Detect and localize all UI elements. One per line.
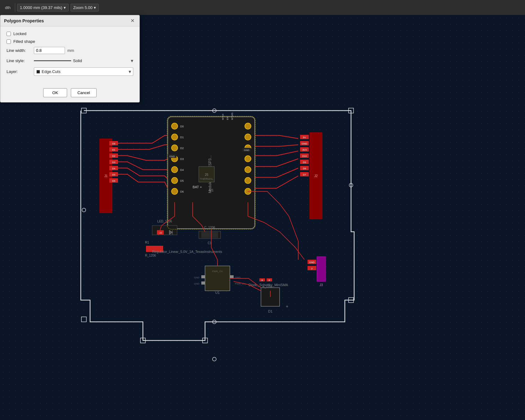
svg-point-25 <box>245 134 251 140</box>
svg-rect-68 <box>300 147 309 152</box>
svg-text:D8: D8 <box>112 142 116 145</box>
svg-rect-70 <box>300 153 309 158</box>
dialog-close-button[interactable]: ✕ <box>129 18 136 24</box>
svg-rect-4 <box>140 338 145 343</box>
svg-point-9 <box>212 320 216 324</box>
svg-rect-5 <box>203 338 208 343</box>
svg-marker-82 <box>169 230 172 235</box>
svg-text:LED_1206: LED_1206 <box>157 220 172 223</box>
line-style-dropdown-arrow: ▾ <box>131 58 133 64</box>
svg-text:3V3: 3V3 <box>302 148 307 151</box>
svg-point-8 <box>349 183 353 187</box>
svg-point-6 <box>212 109 216 112</box>
svg-text:5V: 5V <box>303 136 306 139</box>
svg-text:D6: D6 <box>180 190 184 193</box>
svg-rect-108 <box>308 260 316 264</box>
svg-point-23 <box>171 188 178 194</box>
svg-rect-11 <box>168 117 255 229</box>
zoom-value: 1.0000 mm (39.37 mils) <box>20 5 62 10</box>
svg-rect-60 <box>109 178 118 183</box>
svg-text:+: + <box>286 304 288 309</box>
svg-rect-54 <box>109 160 118 164</box>
svg-text:D4: D4 <box>112 167 116 170</box>
svg-rect-74 <box>300 166 309 170</box>
svg-text:GND: GND <box>235 276 240 279</box>
svg-rect-3 <box>349 298 354 303</box>
svg-text:THERMAL: THERMAL <box>200 177 213 180</box>
svg-rect-110 <box>308 266 316 270</box>
svg-rect-1 <box>349 108 354 113</box>
svg-text:GND: GND <box>244 149 249 152</box>
svg-text:MTMS: MTMS <box>231 112 234 120</box>
svg-rect-98 <box>230 275 234 278</box>
layer-row: Layer: Edge.Cuts ▾ <box>7 67 133 76</box>
svg-rect-72 <box>300 160 309 164</box>
locked-checkbox[interactable] <box>7 32 11 36</box>
toolbar-width[interactable]: dth <box>2 4 13 11</box>
cancel-button[interactable]: Cancel <box>71 88 96 97</box>
svg-text:R: R <box>268 279 270 281</box>
svg-text:C1: C1 <box>208 241 212 245</box>
svg-point-28 <box>245 167 251 173</box>
line-width-unit: mm <box>67 48 74 53</box>
svg-text:J2: J2 <box>314 174 318 178</box>
filled-shape-row: Filled shape <box>7 39 133 44</box>
svg-text:D6: D6 <box>112 180 116 182</box>
ok-button[interactable]: OK <box>43 88 67 97</box>
svg-text:D3: D3 <box>112 161 116 164</box>
svg-text:D0: D0 <box>180 125 184 128</box>
svg-point-17 <box>171 123 178 129</box>
svg-rect-87 <box>201 232 218 238</box>
svg-text:2: 2 <box>311 267 313 270</box>
svg-text:D1: D1 <box>112 148 116 151</box>
dialog-footer: OK Cancel <box>0 84 139 102</box>
svg-text:R1: R1 <box>145 241 149 244</box>
layer-label: Layer: <box>7 69 31 74</box>
svg-rect-114 <box>267 278 272 281</box>
svg-text:Module_XIAO_ESP3...: Module_XIAO_ESP3... <box>208 155 212 193</box>
svg-rect-48 <box>109 141 118 145</box>
svg-rect-92 <box>205 266 230 291</box>
svg-text:D1: D1 <box>180 136 184 139</box>
line-style-preview[interactable]: Solid ▾ <box>34 58 133 64</box>
filled-shape-checkbox[interactable] <box>7 39 11 44</box>
zoom-level-value: Zoom 5.00 <box>73 5 93 10</box>
svg-point-24 <box>245 123 251 129</box>
svg-rect-106 <box>317 257 326 281</box>
svg-rect-78 <box>152 226 177 235</box>
svg-text:GND: GND <box>194 282 199 285</box>
svg-rect-66 <box>300 141 309 145</box>
svg-rect-46 <box>99 139 112 213</box>
svg-rect-88 <box>146 246 163 252</box>
svg-rect-14 <box>199 167 214 182</box>
svg-text:D3: D3 <box>180 158 184 161</box>
svg-point-29 <box>245 177 251 184</box>
svg-text:D1: D1 <box>268 309 272 313</box>
svg-text:D2: D2 <box>159 231 162 234</box>
svg-point-18 <box>171 134 178 140</box>
svg-point-7 <box>82 208 86 212</box>
svg-rect-95 <box>201 281 205 285</box>
svg-text:J3: J3 <box>320 283 323 287</box>
svg-text:J1: J1 <box>104 174 108 178</box>
svg-rect-41 <box>168 154 176 158</box>
svg-text:PWR_OV: PWR_OV <box>235 282 246 285</box>
line-style-label: Line style: <box>7 58 31 63</box>
toolbar: dth 1.0000 mm (39.37 mils) ▾ Zoom 5.00 ▾ <box>0 0 525 15</box>
zoom-dropdown[interactable]: 1.0000 mm (39.37 mils) ▾ <box>17 4 69 11</box>
svg-rect-76 <box>300 172 309 176</box>
svg-rect-80 <box>157 230 164 235</box>
svg-text:R_1206: R_1206 <box>145 254 156 257</box>
zoom-level-dropdown[interactable]: Zoom 5.00 ▾ <box>71 4 99 11</box>
zoom-level-arrow: ▾ <box>94 5 96 10</box>
svg-point-30 <box>245 188 251 194</box>
svg-text:D10: D10 <box>302 155 307 158</box>
svg-point-19 <box>171 145 178 151</box>
svg-text:U1: U1 <box>215 291 220 294</box>
svg-point-27 <box>245 156 251 162</box>
svg-text:BAT +: BAT + <box>193 185 202 189</box>
svg-rect-2 <box>81 317 86 322</box>
layer-dropdown[interactable]: Edge.Cuts ▾ <box>34 67 133 76</box>
svg-point-10 <box>212 357 216 361</box>
line-width-input[interactable] <box>34 47 65 54</box>
